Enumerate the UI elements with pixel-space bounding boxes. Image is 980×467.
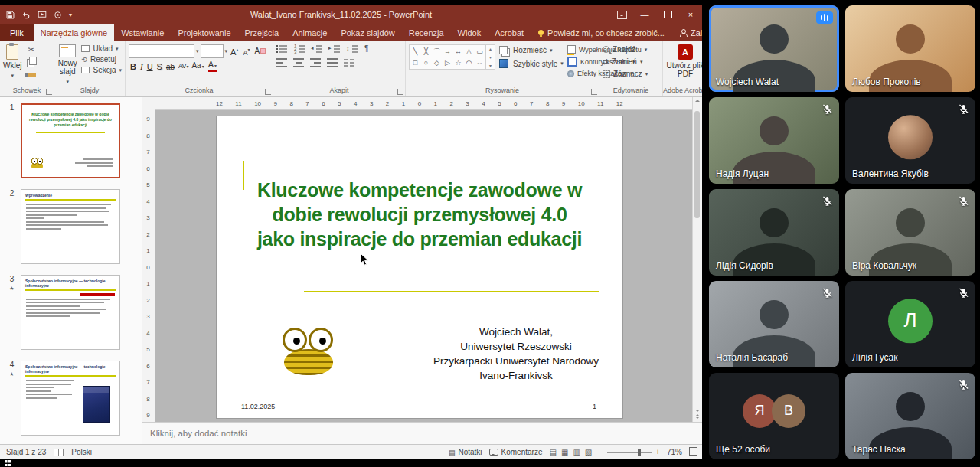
slideshow-icon[interactable] <box>38 11 47 19</box>
grow-font-button[interactable] <box>229 44 240 57</box>
shape-glyph-shapes-r2-2[interactable]: ◇ <box>432 57 442 68</box>
shape-glyph-shapes-r2-4[interactable]: ☆ <box>453 57 463 68</box>
notes-pane[interactable]: Kliknij, aby dodać notatki <box>142 422 702 444</box>
save-icon[interactable] <box>6 11 15 19</box>
zoom-level[interactable]: 71% <box>667 448 682 456</box>
cut-icon[interactable]: ✂ <box>28 46 34 54</box>
minimize-button[interactable]: — <box>633 5 656 24</box>
drawing-dialog-launcher-icon[interactable] <box>591 89 597 95</box>
ribbon-tab-2[interactable]: Wstawianie <box>114 24 171 41</box>
owl-clipart[interactable] <box>278 328 342 375</box>
participant-tile-3[interactable]: Валентина Якубів <box>845 97 975 184</box>
vertical-scrollbar[interactable] <box>692 97 702 422</box>
participant-tile-2[interactable]: Надія Луцан <box>709 97 839 184</box>
author-block[interactable]: Wojciech Walat, Uniwersytet Rzeszowski P… <box>420 325 612 383</box>
find-button[interactable]: Znajdź <box>603 45 648 54</box>
shape-glyph-shapes-r2-0[interactable]: □ <box>410 57 420 68</box>
clear-formatting-button[interactable] <box>253 46 267 57</box>
shape-glyph-shapes-r1-2[interactable]: ⌒ <box>432 46 442 57</box>
start-button-icon[interactable] <box>5 460 11 466</box>
shape-glyph-shapes-r1-5[interactable]: △ <box>464 46 474 57</box>
ribbon-tab-3[interactable]: Projektowanie <box>171 24 237 41</box>
slide-sorter-view-icon[interactable]: ▦ <box>561 448 568 456</box>
increase-indent-icon[interactable] <box>329 44 341 54</box>
layout-button[interactable]: Układ▾ <box>81 44 122 53</box>
reading-view-icon[interactable]: ▥ <box>573 448 580 456</box>
slide-thumbnail-2[interactable]: Wprowadzenie <box>21 189 120 264</box>
justify-icon[interactable] <box>327 58 338 67</box>
previous-slide-icon[interactable] <box>696 414 699 416</box>
maximize-button[interactable] <box>656 5 679 24</box>
participant-tile-4[interactable]: Лідія Сидорів <box>709 189 839 276</box>
columns-icon[interactable] <box>344 58 354 67</box>
horizontal-ruler[interactable]: 1211109876543210123456789101112 <box>142 97 693 110</box>
format-painter-icon[interactable] <box>25 73 36 77</box>
slideshow-view-icon[interactable]: ▧ <box>585 448 592 456</box>
ribbon-tab-1[interactable]: Narzędzia główne <box>34 24 114 41</box>
shape-glyph-shapes-r1-3[interactable]: → <box>443 46 452 57</box>
line-spacing-icon[interactable] <box>347 44 358 54</box>
scroll-down-icon[interactable] <box>695 410 700 412</box>
numbering-icon[interactable] <box>294 44 305 54</box>
vertical-ruler[interactable]: 9876543210123456789 <box>142 109 155 422</box>
close-button[interactable]: × <box>679 5 702 24</box>
ribbon-tab-7[interactable]: Recenzja <box>402 24 451 41</box>
font-color-button[interactable]: A <box>208 60 217 72</box>
slide-thumbnail-4[interactable]: Społeczeństwo informacyjne — technologie… <box>21 361 120 436</box>
shape-glyph-shapes-r1-6[interactable]: ▭ <box>475 46 485 57</box>
bold-button[interactable]: B <box>130 62 136 72</box>
spellcheck-icon[interactable] <box>54 449 64 456</box>
language-label[interactable]: Polski <box>71 448 92 456</box>
participant-tile-6[interactable]: Наталія Басараб <box>709 281 839 367</box>
zoom-slider-knob[interactable] <box>638 449 641 456</box>
italic-button[interactable]: I <box>140 62 143 72</box>
shape-glyph-shapes-r2-1[interactable]: ○ <box>421 57 431 68</box>
arrange-button[interactable]: Rozmieść▾ <box>499 46 564 54</box>
quick-styles-button[interactable]: Szybkie style▾ <box>499 59 564 68</box>
bullets-icon[interactable] <box>276 44 288 54</box>
fit-to-window-button[interactable] <box>689 447 697 457</box>
select-button[interactable]: Zaznacz▾ <box>603 70 648 78</box>
paste-button[interactable]: Wklej ▾ <box>3 44 21 80</box>
zoom-slider[interactable] <box>607 452 652 453</box>
shrink-font-button[interactable] <box>241 44 251 57</box>
copy-icon[interactable] <box>27 59 34 67</box>
zoom-in-button[interactable]: + <box>655 448 660 456</box>
underline-button[interactable]: U <box>147 62 153 72</box>
participant-tile-9[interactable]: Тарас Паска <box>845 373 975 459</box>
zoom-out-button[interactable]: − <box>599 448 603 456</box>
participant-tile-1[interactable]: Любов Прокопів <box>845 5 975 92</box>
font-size-input[interactable] <box>201 44 224 58</box>
participant-tile-8[interactable]: ЯВЩе 52 особи <box>709 373 839 459</box>
align-left-icon[interactable] <box>276 58 287 67</box>
next-slide-icon[interactable] <box>696 417 699 419</box>
ribbon-tab-0[interactable]: Plik <box>0 24 34 41</box>
scrollbar-thumb[interactable] <box>694 111 700 218</box>
participant-tile-7[interactable]: ЛЛілія Гусак <box>845 281 975 367</box>
new-slide-button[interactable]: Nowy slajd ▾ <box>57 44 77 86</box>
shape-glyph-shapes-r1-1[interactable]: ╳ <box>421 46 431 57</box>
font-family-input[interactable] <box>129 44 194 58</box>
section-button[interactable]: Sekcja▾ <box>81 66 122 74</box>
strikethrough-button[interactable]: ab <box>166 62 175 72</box>
touch-mode-icon[interactable] <box>54 11 62 19</box>
decrease-indent-icon[interactable] <box>312 44 323 54</box>
ribbon-display-options-button[interactable] <box>610 5 633 24</box>
align-right-icon[interactable] <box>310 58 321 67</box>
text-shadow-button[interactable]: S <box>157 62 162 72</box>
comments-toggle[interactable]: Komentarze <box>489 448 543 456</box>
font-family-dropdown-icon[interactable]: ▾ <box>196 48 199 54</box>
shape-glyph-shapes-r1-0[interactable]: ╲ <box>410 46 420 57</box>
ribbon-tab-5[interactable]: Animacje <box>286 24 334 41</box>
undo-icon[interactable] <box>21 11 31 19</box>
shape-glyph-shapes-r1-4[interactable]: ↔ <box>453 46 463 57</box>
ribbon-tab-6[interactable]: Pokaz slajdów <box>334 24 401 41</box>
reset-button[interactable]: ⟲Resetuj <box>81 55 122 64</box>
slide-canvas[interactable]: Kluczowe kompetencje zawodowe w dobie re… <box>216 116 623 419</box>
normal-view-icon[interactable]: ▤ <box>549 448 556 456</box>
ribbon-tab-8[interactable]: Widok <box>451 24 488 41</box>
slide-thumbnail-3[interactable]: Społeczeństwo informacyjne — technologie… <box>21 275 120 350</box>
ribbon-tab-9[interactable]: Acrobat <box>488 24 531 41</box>
font-dialog-launcher-icon[interactable] <box>265 89 271 95</box>
character-spacing-button[interactable]: AV <box>178 61 188 72</box>
